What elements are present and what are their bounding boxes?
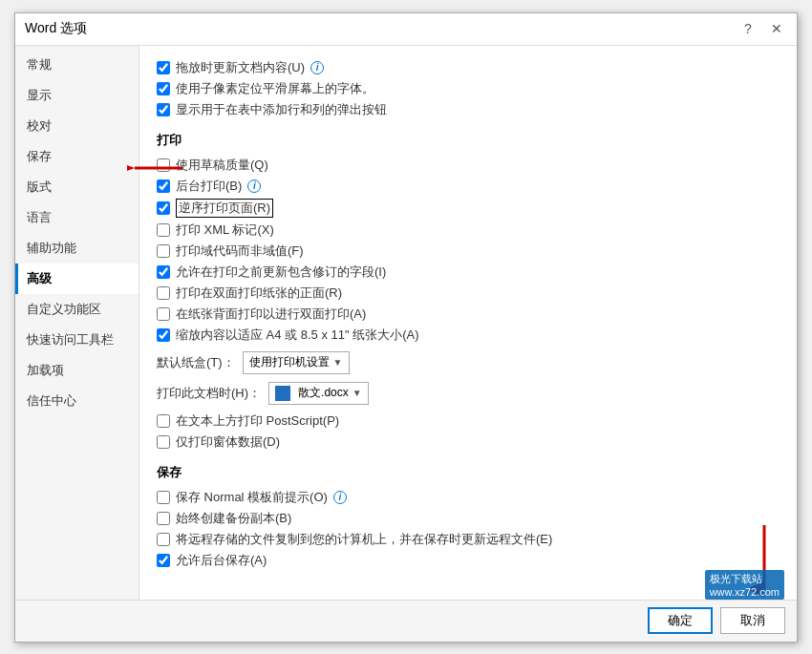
print-doc-dropdown-arrow: ▼ bbox=[353, 388, 362, 398]
save-section-title: 保存 bbox=[157, 464, 780, 481]
sidebar-item-accessibility[interactable]: 辅助功能 bbox=[15, 233, 139, 264]
checkbox-always-backup-label[interactable]: 始终创建备份副本(B) bbox=[176, 510, 291, 527]
print-doc-row: 打印此文档时(H)： 散文.docx ▼ bbox=[157, 382, 780, 405]
checkbox-print-xml-label[interactable]: 打印 XML 标记(X) bbox=[176, 222, 274, 239]
checkbox-scale-content-label[interactable]: 缩放内容以适应 A4 或 8.5 x 11" 纸张大小(A) bbox=[176, 327, 419, 344]
dialog-footer: 确定 取消 bbox=[15, 600, 797, 642]
checkbox-background-print-input[interactable] bbox=[157, 179, 170, 193]
sidebar-item-trust-center[interactable]: 信任中心 bbox=[15, 386, 139, 416]
sidebar-item-advanced[interactable]: 高级 bbox=[15, 264, 139, 294]
checkbox-reverse-print: 逆序打印页面(R) bbox=[157, 199, 780, 218]
checkbox-always-backup: 始终创建备份副本(B) bbox=[157, 510, 780, 527]
checkbox-print-xml-input[interactable] bbox=[157, 223, 170, 237]
checkbox-background-print: 后台打印(B) i bbox=[157, 178, 780, 195]
title-bar: Word 选项 ? ✕ bbox=[15, 13, 797, 46]
sidebar: 常规 显示 校对 保存 版式 语言 辅助功能 高级 自定义功能区 快速访问工具栏… bbox=[15, 46, 139, 600]
print-doc-label: 打印此文档时(H)： bbox=[157, 385, 261, 402]
default-tray-dropdown[interactable]: 使用打印机设置 ▼ bbox=[243, 351, 350, 374]
checkbox-print-field-data: 仅打印窗体数据(D) bbox=[157, 433, 780, 451]
checkbox-subpixel: 使用子像素定位平滑屏幕上的字体。 bbox=[157, 80, 780, 97]
checkbox-background-print-label[interactable]: 后台打印(B) bbox=[176, 178, 242, 195]
checkbox-postscript-above-label[interactable]: 在文本上方打印 PostScript(P) bbox=[176, 412, 339, 430]
checkbox-manual-duplex-input[interactable] bbox=[157, 307, 170, 321]
checkbox-subpixel-input[interactable] bbox=[157, 82, 170, 95]
dialog-title: Word 选项 bbox=[25, 20, 87, 37]
cancel-button[interactable]: 取消 bbox=[720, 607, 785, 634]
checkbox-prompt-normal: 保存 Normal 模板前提示(O) i bbox=[157, 489, 780, 506]
checkbox-draft-quality-input[interactable] bbox=[157, 158, 170, 172]
checkbox-allow-update-fields-input[interactable] bbox=[157, 265, 170, 279]
checkbox-allow-update-fields: 允许在打印之前更新包含修订的字段(I) bbox=[157, 264, 780, 281]
checkbox-print-front-duplex-input[interactable] bbox=[157, 286, 170, 300]
dialog-body: 常规 显示 校对 保存 版式 语言 辅助功能 高级 自定义功能区 快速访问工具栏… bbox=[15, 46, 797, 600]
checkbox-draft-quality: 使用草稿质量(Q) bbox=[157, 157, 780, 174]
print-doc-value: 散文.docx bbox=[298, 385, 349, 401]
print-section-title: 打印 bbox=[157, 132, 780, 149]
checkbox-scale-content-input[interactable] bbox=[157, 328, 170, 342]
sidebar-item-format[interactable]: 版式 bbox=[15, 172, 139, 202]
checkbox-auto-update: 拖放时更新文档内容(U) i bbox=[157, 59, 780, 76]
sidebar-item-general[interactable]: 常规 bbox=[15, 50, 139, 80]
checkbox-auto-update-input[interactable] bbox=[157, 61, 170, 74]
checkbox-copy-remote-label[interactable]: 将远程存储的文件复制到您的计算机上，并在保存时更新远程文件(E) bbox=[176, 531, 552, 548]
sidebar-item-language[interactable]: 语言 bbox=[15, 202, 139, 233]
content-area: 拖放时更新文档内容(U) i 使用子像素定位平滑屏幕上的字体。 显示用于在表中添… bbox=[139, 46, 797, 600]
checkbox-print-front-duplex: 打印在双面打印纸张的正面(R) bbox=[157, 285, 780, 302]
default-tray-label: 默认纸盒(T)： bbox=[157, 354, 235, 371]
default-tray-dropdown-arrow: ▼ bbox=[333, 357, 343, 368]
checkbox-prompt-normal-label[interactable]: 保存 Normal 模板前提示(O) bbox=[176, 489, 328, 506]
checkbox-print-field-codes-label[interactable]: 打印域代码而非域值(F) bbox=[176, 243, 304, 260]
checkbox-print-field-data-input[interactable] bbox=[157, 435, 170, 449]
checkbox-print-field-codes: 打印域代码而非域值(F) bbox=[157, 243, 780, 260]
word-options-dialog: Word 选项 ? ✕ 常规 显示 校对 保存 版式 语言 辅助功能 高级 自定… bbox=[14, 12, 798, 643]
checkbox-print-field-data-label[interactable]: 仅打印窗体数据(D) bbox=[176, 433, 280, 451]
sidebar-item-save[interactable]: 保存 bbox=[15, 141, 139, 172]
checkbox-postscript-above-input[interactable] bbox=[157, 414, 170, 428]
checkbox-prompt-normal-input[interactable] bbox=[157, 491, 170, 504]
checkbox-copy-remote-input[interactable] bbox=[157, 533, 170, 546]
checkbox-manual-duplex-label[interactable]: 在纸张背面打印以进行双面打印(A) bbox=[176, 306, 366, 323]
sidebar-item-display[interactable]: 显示 bbox=[15, 80, 139, 111]
sidebar-item-addins[interactable]: 加载项 bbox=[15, 355, 139, 386]
checkbox-postscript-above: 在文本上方打印 PostScript(P) bbox=[157, 412, 780, 430]
checkbox-reverse-print-input[interactable] bbox=[157, 201, 170, 215]
help-button[interactable]: ? bbox=[737, 18, 759, 39]
checkbox-show-insert-delete-input[interactable] bbox=[157, 103, 170, 116]
checkbox-allow-background-save-label[interactable]: 允许后台保存(A) bbox=[176, 552, 267, 569]
ok-button[interactable]: 确定 bbox=[648, 607, 713, 634]
auto-update-info-icon[interactable]: i bbox=[310, 61, 324, 74]
checkbox-print-xml: 打印 XML 标记(X) bbox=[157, 222, 780, 239]
checkbox-copy-remote: 将远程存储的文件复制到您的计算机上，并在保存时更新远程文件(E) bbox=[157, 531, 780, 548]
checkbox-subpixel-label[interactable]: 使用子像素定位平滑屏幕上的字体。 bbox=[176, 80, 374, 97]
sidebar-item-customize-ribbon[interactable]: 自定义功能区 bbox=[15, 294, 139, 325]
checkbox-scale-content: 缩放内容以适应 A4 或 8.5 x 11" 纸张大小(A) bbox=[157, 327, 780, 344]
sidebar-item-quick-access[interactable]: 快速访问工具栏 bbox=[15, 325, 139, 355]
default-tray-value: 使用打印机设置 bbox=[249, 354, 330, 370]
close-button[interactable]: ✕ bbox=[766, 18, 787, 39]
checkbox-allow-background-save: 允许后台保存(A) bbox=[157, 552, 780, 569]
checkbox-always-backup-input[interactable] bbox=[157, 512, 170, 525]
checkbox-print-field-codes-input[interactable] bbox=[157, 244, 170, 258]
checkbox-reverse-print-label[interactable]: 逆序打印页面(R) bbox=[176, 199, 273, 218]
checkbox-manual-duplex: 在纸张背面打印以进行双面打印(A) bbox=[157, 306, 780, 323]
sidebar-item-proofing[interactable]: 校对 bbox=[15, 111, 139, 141]
checkbox-print-front-duplex-label[interactable]: 打印在双面打印纸张的正面(R) bbox=[176, 285, 342, 302]
checkbox-auto-update-label[interactable]: 拖放时更新文档内容(U) bbox=[176, 59, 305, 76]
content-scroll[interactable]: 拖放时更新文档内容(U) i 使用子像素定位平滑屏幕上的字体。 显示用于在表中添… bbox=[139, 46, 797, 600]
default-tray-row: 默认纸盒(T)： 使用打印机设置 ▼ bbox=[157, 351, 780, 374]
title-bar-buttons: ? ✕ bbox=[737, 18, 787, 39]
doc-icon bbox=[275, 386, 290, 401]
checkbox-show-insert-delete: 显示用于在表中添加行和列的弹出按钮 bbox=[157, 101, 780, 118]
checkbox-allow-background-save-input[interactable] bbox=[157, 554, 170, 567]
checkbox-draft-quality-label[interactable]: 使用草稿质量(Q) bbox=[176, 157, 268, 174]
prompt-normal-info-icon[interactable]: i bbox=[333, 491, 347, 504]
background-print-info-icon[interactable]: i bbox=[247, 179, 261, 193]
checkbox-allow-update-fields-label[interactable]: 允许在打印之前更新包含修订的字段(I) bbox=[176, 264, 386, 281]
checkbox-show-insert-delete-label[interactable]: 显示用于在表中添加行和列的弹出按钮 bbox=[176, 101, 387, 118]
print-doc-dropdown[interactable]: 散文.docx ▼ bbox=[268, 382, 369, 405]
